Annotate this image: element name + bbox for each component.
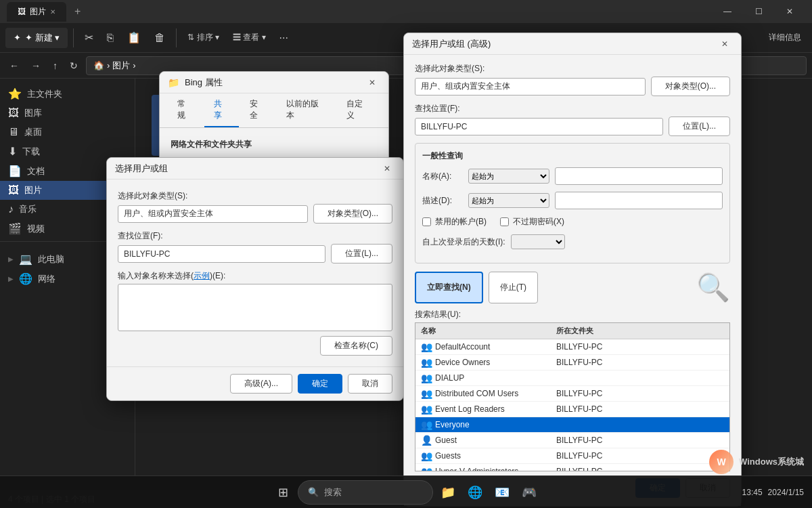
select-user-footer: 高级(A)... 确定 取消 — [107, 366, 403, 400]
sidebar-label-music: 音乐 — [19, 203, 37, 215]
no-expire-label: 不过期密码(X) — [513, 216, 564, 228]
taskbar: ⊞ 🔍 搜索 📁 🌐 📧 🎮 13:45 2024/1/15 — [0, 475, 812, 508]
disabled-accounts-check[interactable] — [422, 217, 431, 226]
result-row-everyone[interactable]: 👥Everyone — [415, 417, 729, 433]
adv-location-label: 查找位置(F): — [415, 103, 730, 114]
result-row-hyperv[interactable]: 👥Hyper-V Administrators BILLYFU-PC — [415, 464, 729, 471]
sidebar-label-gallery: 图库 — [24, 107, 42, 119]
delete-btn[interactable]: 🗑 — [149, 29, 171, 47]
new-icon: ✦ — [14, 33, 21, 43]
desc-value-input[interactable] — [555, 192, 723, 209]
result-row-dialup[interactable]: 👥DIALUP — [415, 371, 729, 386]
result-loc-4: BILLYFU-PC — [556, 404, 724, 414]
more-btn[interactable]: ··· — [274, 29, 294, 47]
general-query-section: 一般性查询 名称(A): 起始为 精确匹配 描述(D): 起始为 精确匹配 — [415, 143, 730, 263]
tab-general[interactable]: 常规 — [168, 93, 203, 127]
tab-previous[interactable]: 以前的版本 — [277, 93, 336, 127]
adv-title: 选择用户或组 (高级) — [412, 38, 711, 50]
check-btn-row: 检查名称(C) — [118, 336, 392, 356]
forward-btn[interactable]: → — [27, 58, 45, 74]
dialog-advanced-select[interactable]: 选择用户或组 (高级) ✕ 选择此对象类型(S): 对象类型(O)... 查找位… — [403, 33, 742, 507]
start-btn[interactable]: ⊞ — [271, 480, 295, 505]
taskbar-search[interactable]: 🔍 搜索 — [298, 480, 433, 505]
tab-custom[interactable]: 自定义 — [337, 93, 380, 127]
new-button[interactable]: ✦ ✦ 新建 ▾ — [5, 28, 68, 48]
search-results-list[interactable]: 名称 所在文件夹 👥DefaultAccount BILLYFU-PC 👥Dev… — [415, 322, 730, 471]
result-name-0: 👥DefaultAccount — [421, 341, 556, 352]
desc-operator-select[interactable]: 起始为 精确匹配 — [468, 193, 549, 208]
detail-toggle[interactable]: 详细信息 — [763, 32, 807, 43]
result-row-deviceowners[interactable]: 👥Device Owners BILLYFU-PC — [415, 355, 729, 371]
minimize-btn[interactable]: — — [712, 0, 743, 23]
adv-obj-type-btn[interactable]: 对象类型(O)... — [651, 77, 730, 96]
close-btn[interactable]: ✕ — [774, 0, 805, 23]
taskbar-email[interactable]: 📧 — [490, 480, 514, 505]
result-row-guest[interactable]: 👤Guest BILLYFU-PC — [415, 433, 729, 448]
sort-btn[interactable]: ⇅ 排序 ▾ — [182, 29, 225, 46]
col-location: 所在文件夹 — [556, 326, 724, 336]
stop-btn[interactable]: 停止(T) — [489, 272, 538, 303]
result-name-7: 👥Guests — [421, 450, 556, 461]
watermark-logo: W — [709, 450, 734, 474]
taskbar-game[interactable]: 🎮 — [517, 480, 541, 505]
adv-titlebar: 选择用户或组 (高级) ✕ — [404, 33, 741, 55]
sidebar-label-docs: 文档 — [27, 165, 45, 177]
view-btn[interactable]: ☰ 查看 ▾ — [227, 29, 271, 46]
refresh-btn[interactable]: ↻ — [66, 58, 82, 74]
paste-btn[interactable]: 📋 — [122, 28, 146, 47]
select-user-body: 选择此对象类型(S): 对象类型(O)... 查找位置(F): 位置(L)...… — [107, 179, 403, 366]
tab-pictures[interactable]: 🖼 图片 ✕ — [7, 2, 66, 22]
result-row-distributed-com[interactable]: 👥Distributed COM Users BILLYFU-PC — [415, 386, 729, 402]
location-input[interactable] — [118, 245, 325, 263]
result-row-eventlog[interactable]: 👥Event Log Readers BILLYFU-PC — [415, 402, 729, 417]
advanced-btn[interactable]: 高级(A)... — [230, 374, 292, 394]
result-name-5: 👥Everyone — [421, 419, 556, 430]
last-login-select[interactable] — [511, 234, 565, 249]
up-btn[interactable]: ↑ — [49, 58, 62, 74]
no-expire-check[interactable] — [500, 217, 509, 226]
win-controls: — ☐ ✕ — [712, 0, 805, 23]
cut-btn[interactable]: ✂ — [79, 28, 99, 47]
result-row-defaultaccount[interactable]: 👥DefaultAccount BILLYFU-PC — [415, 339, 729, 355]
sidebar-label-videos: 视频 — [27, 223, 45, 235]
example-link[interactable]: 示例 — [194, 271, 210, 280]
maximize-btn[interactable]: ☐ — [743, 0, 774, 23]
su-cancel-btn[interactable]: 取消 — [348, 374, 392, 394]
last-login-row: 自上次登录后的天数(I): — [422, 234, 723, 249]
search-now-btn[interactable]: 立即查找(N) — [415, 272, 483, 303]
su-ok-btn[interactable]: 确定 — [298, 374, 342, 394]
adv-obj-type-input[interactable] — [415, 78, 646, 96]
tab-close[interactable]: ✕ — [50, 8, 55, 16]
adv-body: 选择此对象类型(S): 对象类型(O)... 查找位置(F): 位置(L)...… — [404, 55, 741, 506]
bing-dialog-close[interactable]: ✕ — [364, 75, 380, 91]
back-btn[interactable]: ← — [5, 58, 23, 74]
dialog-select-user[interactable]: 选择用户或组 ✕ 选择此对象类型(S): 对象类型(O)... 查找位置(F):… — [106, 157, 404, 401]
sidebar-item-gallery[interactable]: 🖼 图库 — [0, 104, 135, 123]
docs-icon: 📄 — [8, 165, 22, 177]
name-row: 名称(A): 起始为 精确匹配 — [422, 167, 723, 185]
adv-location-input[interactable] — [415, 118, 663, 135]
object-type-input[interactable] — [118, 205, 308, 223]
check-name-btn[interactable]: 检查名称(C) — [320, 336, 392, 356]
name-operator-select[interactable]: 起始为 精确匹配 — [468, 169, 549, 184]
sidebar-item-desktop[interactable]: 🖥 桌面 — [0, 123, 135, 142]
taskbar-explorer[interactable]: 📁 — [436, 480, 460, 505]
object-type-btn[interactable]: 对象类型(O)... — [313, 204, 392, 224]
result-row-guests[interactable]: 👥Guests BILLYFU-PC — [415, 448, 729, 464]
new-tab-btn[interactable]: + — [69, 5, 86, 18]
select-user-close[interactable]: ✕ — [379, 161, 395, 177]
name-value-input[interactable] — [555, 167, 723, 185]
copy-btn[interactable]: ⎘ — [102, 29, 119, 47]
tab-share[interactable]: 共享 — [204, 93, 240, 127]
taskbar-browser[interactable]: 🌐 — [463, 480, 487, 505]
adv-location-btn[interactable]: 位置(L)... — [669, 117, 730, 136]
tab-security[interactable]: 安全 — [240, 93, 275, 127]
result-loc-3: BILLYFU-PC — [556, 389, 724, 398]
sidebar-item-home[interactable]: ⭐ 主文件夹 — [0, 84, 135, 104]
location-btn[interactable]: 位置(L)... — [331, 244, 392, 263]
tab-icon: 🖼 — [18, 7, 26, 16]
separator — [73, 28, 74, 47]
disabled-accounts-label: 禁用的帐户(B) — [435, 216, 487, 228]
object-name-input[interactable] — [118, 284, 392, 331]
adv-close-btn[interactable]: ✕ — [717, 36, 733, 52]
